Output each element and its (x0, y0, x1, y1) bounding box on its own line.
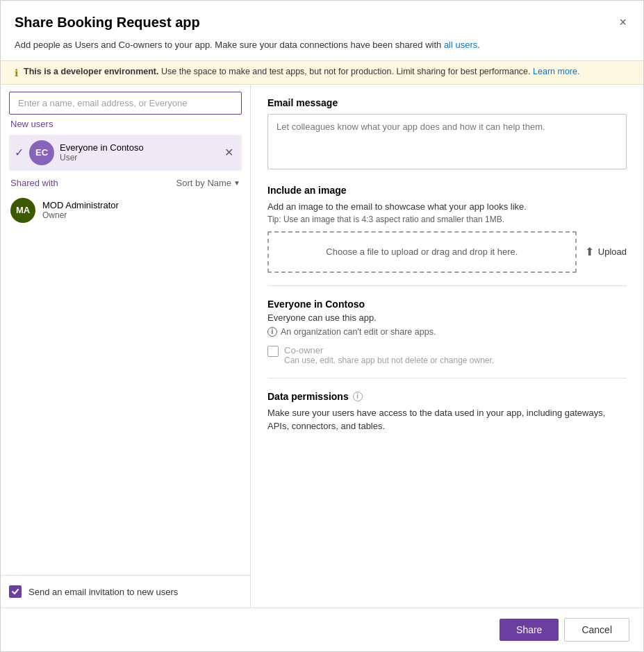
avatar-initials: MA (16, 205, 30, 215)
user-info: MOD Administrator Owner (42, 200, 240, 220)
remove-user-button[interactable]: ✕ (222, 144, 236, 160)
shared-with-header: Shared with Sort by Name ▼ (9, 171, 242, 192)
avatar: MA (10, 198, 35, 223)
email-message-input[interactable] (267, 114, 627, 169)
data-permissions-header: Data permissions i (267, 391, 627, 402)
coowner-row: Co-owner Can use, edit, share app but no… (267, 345, 627, 365)
user-name: MOD Administrator (42, 200, 240, 210)
everyone-section: Everyone in Contoso Everyone can use thi… (267, 299, 627, 365)
upload-icon: ⬆ (585, 245, 594, 258)
coowner-desc: Can use, edit, share app but not delete … (284, 356, 494, 365)
search-input[interactable] (9, 92, 242, 115)
shared-user-row: MA MOD Administrator Owner (9, 192, 242, 228)
data-permissions-info-icon: i (353, 392, 363, 401)
left-scroll-area: New users ✓ EC Everyone in Contoso User … (1, 85, 250, 576)
right-panel: Email message Include an image Add an im… (251, 85, 643, 608)
banner-normal: Use the space to make and test apps, but… (161, 67, 531, 76)
email-invitation-label: Send an email invitation to new users (28, 587, 178, 597)
drop-zone-label: Choose a file to upload or drag and drop… (326, 246, 518, 257)
coowner-checkbox[interactable] (267, 346, 279, 357)
dialog-subtitle: Add people as Users and Co-owners to you… (1, 38, 643, 60)
dialog-header: Share Booking Request app × (1, 1, 643, 38)
upload-label: Upload (598, 246, 627, 257)
drop-zone[interactable]: Choose a file to upload or drag and drop… (267, 231, 577, 273)
include-image-title: Include an image (267, 185, 627, 196)
divider-1 (267, 285, 627, 286)
dialog-footer: Share Cancel (1, 608, 643, 651)
everyone-desc: Everyone can use this app. (267, 312, 627, 323)
data-permissions-title: Data permissions (267, 391, 349, 402)
divider-2 (267, 378, 627, 378)
include-image-section: Include an image Add an image to the ema… (267, 185, 627, 273)
user-info: Everyone in Contoso User (60, 142, 216, 162)
email-invitation-checkbox[interactable] (9, 585, 22, 598)
data-permissions-section: Data permissions i Make sure your users … (267, 391, 627, 433)
upload-area: Choose a file to upload or drag and drop… (267, 231, 627, 273)
coowner-label: Co-owner (284, 345, 494, 356)
email-section-title: Email message (267, 97, 627, 108)
sort-by-control[interactable]: Sort by Name ▼ (176, 178, 240, 188)
data-permissions-desc: Make sure your users have access to the … (267, 406, 627, 433)
user-name: Everyone in Contoso (60, 142, 216, 153)
sort-by-label: Sort by Name (176, 178, 231, 188)
cancel-button[interactable]: Cancel (564, 618, 629, 642)
close-button[interactable]: × (616, 13, 629, 31)
share-dialog: Share Booking Request app × Add people a… (0, 0, 644, 652)
include-image-desc: Add an image to the email to showcase wh… (267, 201, 627, 212)
banner-bold: This is a developer environment. (24, 67, 159, 76)
upload-button[interactable]: ⬆ Upload (585, 245, 627, 258)
share-button[interactable]: Share (499, 619, 559, 641)
learn-more-link[interactable]: Learn more. (533, 67, 579, 76)
org-note: i An organization can't edit or share ap… (267, 327, 627, 337)
include-image-tip: Tip: Use an image that is 4:3 aspect rat… (267, 215, 627, 224)
new-users-link[interactable]: New users (9, 115, 242, 132)
avatar: EC (29, 140, 54, 165)
selected-user-row: ✓ EC Everyone in Contoso User ✕ (9, 135, 242, 171)
user-role: Owner (42, 210, 240, 220)
left-panel: New users ✓ EC Everyone in Contoso User … (1, 85, 251, 608)
avatar-initials: EC (35, 147, 48, 158)
user-role: User (60, 153, 216, 162)
subtitle-link[interactable]: all users (444, 40, 477, 50)
info-icon: ℹ (15, 67, 18, 78)
developer-banner: ℹ This is a developer environment. Use t… (1, 60, 643, 85)
email-invitation-section: Send an email invitation to new users (1, 575, 250, 608)
check-icon: ✓ (15, 146, 24, 159)
dialog-title: Share Booking Request app (15, 15, 200, 31)
banner-text: This is a developer environment. Use the… (24, 67, 579, 76)
everyone-title: Everyone in Contoso (267, 299, 627, 310)
coowner-text: Co-owner Can use, edit, share app but no… (284, 345, 494, 365)
org-note-text: An organization can't edit or share apps… (281, 327, 436, 337)
org-note-info-icon: i (267, 327, 277, 337)
sort-arrow-icon: ▼ (233, 179, 240, 187)
dialog-body: New users ✓ EC Everyone in Contoso User … (1, 85, 643, 608)
shared-with-label: Shared with (10, 178, 58, 188)
